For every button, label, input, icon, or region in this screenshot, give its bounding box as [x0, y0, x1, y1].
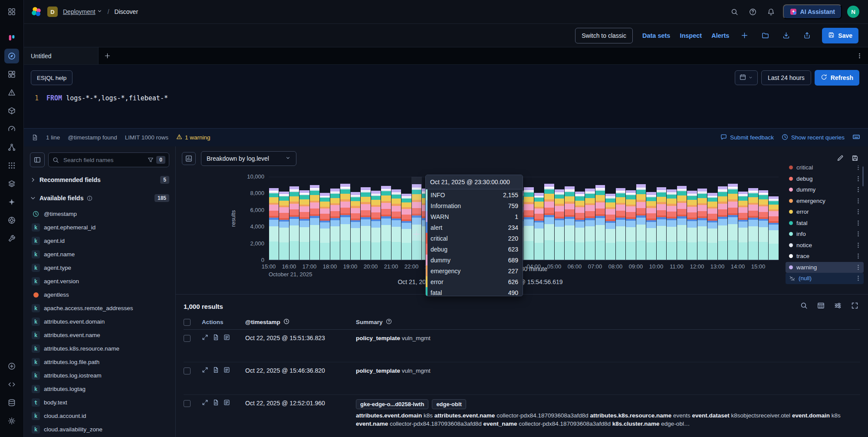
histogram-plot[interactable]	[269, 177, 779, 260]
legend-item[interactable]: debug	[786, 173, 864, 185]
legend-item-menu-icon[interactable]	[855, 242, 862, 248]
field-item[interactable]: kagent.name	[30, 248, 169, 261]
legend-item-menu-icon[interactable]	[855, 220, 862, 226]
ai-assistant-button[interactable]: AI Assistant	[783, 4, 842, 19]
show-recent-queries-link[interactable]: Show recent queries	[782, 134, 845, 142]
nav-ai-icon[interactable]	[4, 195, 19, 209]
legend-item[interactable]: emergency	[786, 195, 864, 207]
histogram-bar[interactable]	[585, 189, 595, 260]
breadcrumb-deployment[interactable]: Deployment	[63, 8, 102, 15]
legend-item[interactable]: warning	[786, 262, 864, 273]
field-item[interactable]: kattributes.event.domain	[30, 315, 169, 328]
editor-doc-icon[interactable]	[32, 134, 38, 141]
histogram-bar[interactable]	[646, 192, 656, 260]
field-item[interactable]: kattributes.k8s.resource.name	[30, 342, 169, 355]
field-item[interactable]: kattributes.log.file.path	[30, 355, 169, 369]
display-options-icon[interactable]	[817, 302, 825, 311]
inspect-row-icon[interactable]	[224, 367, 230, 374]
histogram-bar[interactable]	[759, 190, 769, 260]
chart-options-button[interactable]	[182, 152, 196, 165]
legend-item-menu-icon[interactable]	[855, 166, 862, 171]
histogram-bar[interactable]	[605, 194, 615, 260]
histogram-bar[interactable]	[320, 193, 330, 260]
legend-item[interactable]: critical	[786, 166, 864, 173]
histogram-bar[interactable]	[289, 186, 299, 260]
tab-untitled[interactable]: Untitled	[24, 47, 99, 64]
nav-integrations-icon[interactable]	[4, 103, 19, 118]
histogram-bar[interactable]	[279, 192, 289, 260]
field-item[interactable]: tbody.text	[30, 396, 169, 409]
table-row[interactable]: Oct 22, 2025 @ 12:52:01.960gke-edge-o...…	[184, 395, 860, 432]
help-icon[interactable]	[746, 5, 760, 18]
date-picker-button[interactable]	[735, 70, 758, 85]
histogram-bar[interactable]	[524, 187, 534, 260]
field-item[interactable]: kagent.version	[30, 275, 169, 288]
legend-item[interactable]: error	[786, 206, 864, 218]
timestamp-column-header[interactable]: @timestamp	[245, 318, 356, 326]
legend-item-menu-icon[interactable]	[855, 253, 862, 259]
save-button[interactable]: Save	[822, 28, 858, 43]
nav-devtools-icon[interactable]	[4, 231, 19, 246]
field-search[interactable]: 0	[48, 152, 169, 167]
table-row[interactable]: Oct 22, 2025 @ 15:46:36.820policy_templa…	[184, 362, 860, 395]
row-settings-icon[interactable]	[834, 302, 842, 311]
summary-column-header[interactable]: Summary	[356, 318, 860, 326]
app-menu-icon[interactable]	[4, 4, 19, 19]
histogram-bar[interactable]	[738, 192, 748, 260]
nav-alerts-icon[interactable]	[4, 85, 19, 100]
nav-apps-icon[interactable]	[4, 158, 19, 173]
histogram-bar[interactable]	[677, 186, 687, 260]
field-item[interactable]: kapache.access.remote_addresses	[30, 301, 169, 315]
histogram-bar[interactable]	[595, 185, 605, 260]
nav-layers-icon[interactable]	[4, 176, 19, 191]
nav-dashboards-icon[interactable]	[4, 67, 19, 82]
time-range-button[interactable]: Last 24 hours	[761, 70, 811, 85]
legend-item-menu-icon[interactable]	[855, 264, 862, 271]
space-badge[interactable]: D	[47, 7, 58, 17]
field-item[interactable]: kagent.type	[30, 261, 169, 275]
histogram-bar[interactable]	[330, 189, 340, 260]
legend-item[interactable]: dummy	[786, 184, 864, 195]
histogram-bar[interactable]	[269, 188, 279, 260]
new-tab-button[interactable]	[99, 53, 116, 59]
field-item[interactable]: kcloud.availability_zone	[30, 423, 169, 436]
tab-bar-menu-icon[interactable]	[851, 53, 868, 59]
expand-row-icon[interactable]	[202, 334, 208, 342]
histogram-bar[interactable]	[575, 192, 585, 260]
add-icon[interactable]	[4, 359, 19, 374]
view-document-icon[interactable]	[213, 367, 219, 374]
field-item[interactable]: kagent.id	[30, 234, 169, 248]
recommended-fields-section[interactable]: Recommended fields 5	[30, 174, 169, 185]
open-folder-icon[interactable]	[760, 32, 771, 39]
settings-gear-icon[interactable]	[4, 414, 19, 428]
histogram-bar[interactable]	[687, 191, 697, 260]
legend-item[interactable]: notice	[786, 240, 864, 251]
summary-badge[interactable]: gke-edge-o...d0258-lwth	[356, 399, 428, 409]
select-all-checkbox[interactable]	[184, 319, 191, 326]
collapse-sidebar-button[interactable]	[30, 152, 45, 167]
field-item[interactable]: @timestamp	[30, 207, 169, 221]
histogram-bar[interactable]	[534, 193, 544, 260]
legend-item-menu-icon[interactable]	[855, 209, 862, 215]
field-search-input[interactable]	[62, 156, 148, 164]
histogram-bar[interactable]	[391, 189, 401, 260]
legend-item[interactable]: info	[786, 228, 864, 240]
keyboard-shortcuts-icon[interactable]	[852, 133, 860, 142]
inspect-link[interactable]: Inspect	[680, 32, 702, 39]
nav-apm-icon[interactable]	[4, 122, 19, 136]
legend-item[interactable]: fatal	[786, 218, 864, 229]
legend-item[interactable]: (null)	[786, 273, 864, 284]
histogram-bar[interactable]	[401, 194, 411, 260]
fullscreen-icon[interactable]	[851, 302, 858, 311]
histogram-bar[interactable]	[340, 184, 350, 260]
view-document-icon[interactable]	[213, 399, 219, 407]
histogram-bar[interactable]	[544, 184, 554, 260]
data-management-icon[interactable]	[4, 395, 19, 410]
histogram-bar[interactable]	[361, 187, 371, 260]
expand-row-icon[interactable]	[202, 399, 208, 407]
histogram-bar[interactable]	[371, 191, 381, 260]
submit-feedback-link[interactable]: Submit feedback	[720, 134, 774, 142]
filter-funnel-icon[interactable]	[148, 157, 154, 163]
esql-help-button[interactable]: ES|QL help	[31, 70, 72, 85]
nav-uptime-icon[interactable]	[4, 213, 19, 228]
